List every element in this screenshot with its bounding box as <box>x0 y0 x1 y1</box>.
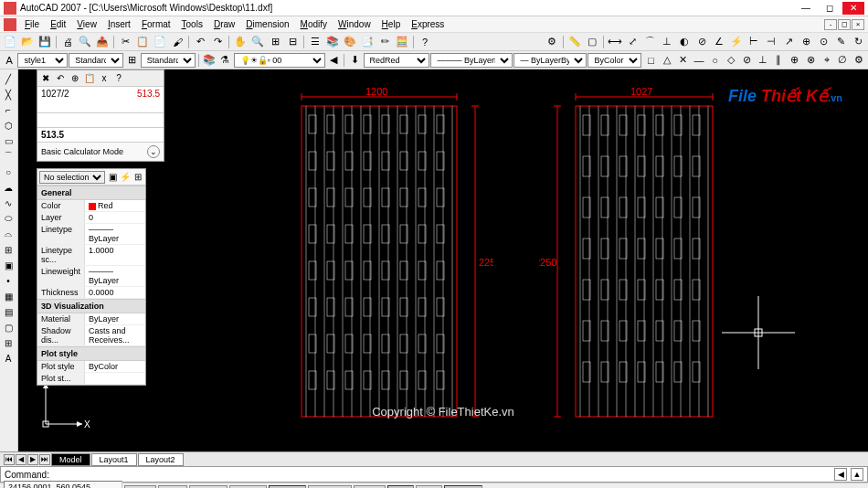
rectangle-icon[interactable]: ▭ <box>0 133 16 148</box>
spline-icon[interactable]: ∿ <box>0 196 16 210</box>
status-otrack[interactable]: OTRACK <box>308 485 352 489</box>
paste-icon[interactable]: 📄 <box>152 34 168 50</box>
command-recent-button[interactable]: ◀ <box>834 468 847 481</box>
dim-diameter-icon[interactable]: ⊘ <box>693 34 710 50</box>
osnap-end-icon[interactable]: □ <box>643 52 658 69</box>
dim-edit-icon[interactable]: ✎ <box>832 34 849 50</box>
textstyle-icon[interactable]: A <box>2 52 16 69</box>
region-icon[interactable]: ▢ <box>0 320 16 334</box>
osnap-par-icon[interactable]: ∥ <box>771 52 786 69</box>
props-value-ltscale[interactable]: 1.0000 <box>85 245 145 265</box>
layer-filter-icon[interactable]: ⚗ <box>217 52 232 69</box>
properties-icon[interactable]: ☰ <box>307 34 323 50</box>
table-icon[interactable]: ⊞ <box>0 335 16 350</box>
status-lwt[interactable]: LWT <box>416 485 441 489</box>
print-icon[interactable]: 🖨 <box>59 34 76 50</box>
osnap-qua-icon[interactable]: ◇ <box>724 52 738 69</box>
copy-icon[interactable]: 📋 <box>134 34 151 50</box>
tablestyle-select[interactable]: Standard <box>141 53 196 68</box>
preview-icon[interactable]: 🔍 <box>77 34 93 50</box>
dim-tolerance-icon[interactable]: ⊕ <box>798 34 814 50</box>
doc-minimize-button[interactable]: - <box>824 19 837 30</box>
command-history-button[interactable]: ▲ <box>851 468 863 481</box>
pan-icon[interactable]: ✋ <box>232 34 249 50</box>
lineweight-select[interactable]: — ByLayerByLayer <box>513 53 587 68</box>
menu-help[interactable]: Help <box>377 19 406 29</box>
status-polar[interactable]: POLAR <box>229 485 267 489</box>
menu-format[interactable]: Format <box>137 19 175 29</box>
menu-view[interactable]: View <box>72 19 101 29</box>
status-ortho[interactable]: ORTHO <box>189 485 228 489</box>
ellipse-arc-icon[interactable]: ⌓ <box>0 227 16 241</box>
tab-layout2[interactable]: Layout2 <box>138 453 184 466</box>
undo-icon[interactable]: ↶ <box>192 34 208 50</box>
publish-icon[interactable]: 📤 <box>94 34 111 50</box>
calc-icon[interactable]: 🧮 <box>394 34 410 50</box>
line-icon[interactable]: ╱ <box>0 71 16 86</box>
minimize-button[interactable]: — <box>795 2 817 15</box>
zoom-icon[interactable]: 🔍 <box>249 34 266 50</box>
tab-last-button[interactable]: ⏭ <box>39 454 50 465</box>
make-current-icon[interactable]: ⬇ <box>347 52 362 69</box>
calc-help-icon[interactable]: ? <box>112 72 125 85</box>
hatch-icon[interactable]: ▦ <box>0 289 16 303</box>
menu-tools[interactable]: Tools <box>177 19 207 29</box>
props-value-shadow[interactable]: Casts and Receives... <box>85 325 145 345</box>
dim-linear-icon[interactable]: ⟷ <box>607 34 623 50</box>
design-center-icon[interactable]: 📚 <box>324 34 341 50</box>
menu-edit[interactable]: Edit <box>46 19 70 29</box>
calc-history-icon[interactable]: ↶ <box>54 72 67 85</box>
dim-update-icon[interactable]: ↻ <box>850 34 866 50</box>
calc-clear-icon[interactable]: ✖ <box>39 72 52 85</box>
osnap-settings-icon[interactable]: ⚙ <box>852 52 866 69</box>
props-value-color[interactable]: Red <box>85 200 145 211</box>
properties-selection-select[interactable]: No selection <box>39 171 105 184</box>
dim-quick-icon[interactable]: ⚡ <box>728 34 745 50</box>
drawing-canvas[interactable]: 1200 <box>18 69 868 451</box>
status-snap[interactable]: SNAP <box>124 485 156 489</box>
polygon-icon[interactable]: ⬡ <box>0 118 16 133</box>
xline-icon[interactable]: ╳ <box>0 87 16 101</box>
gradient-icon[interactable]: ▤ <box>0 304 16 319</box>
props-value-layer[interactable]: 0 <box>85 212 145 223</box>
mtext-icon[interactable]: A <box>0 351 16 366</box>
textstyle-select[interactable]: style1 <box>17 53 68 68</box>
props-section-plot[interactable]: Plot style <box>37 346 145 361</box>
help-icon[interactable]: ? <box>417 34 433 50</box>
markup-icon[interactable]: ✏ <box>376 34 393 50</box>
osnap-ext-icon[interactable]: — <box>692 52 706 69</box>
props-toggle-icon[interactable]: ⊞ <box>132 171 143 184</box>
sheet-set-icon[interactable]: 📑 <box>359 34 376 50</box>
osnap-ins-icon[interactable]: ⊕ <box>788 52 802 69</box>
menu-insert[interactable]: Insert <box>103 19 135 29</box>
status-grid[interactable]: GRID <box>158 485 188 489</box>
zoom-window-icon[interactable]: ⊞ <box>267 34 283 50</box>
color-select[interactable]: RedRed <box>364 53 430 68</box>
new-icon[interactable]: 📄 <box>2 34 18 50</box>
calc-expand-button[interactable]: ⌄ <box>147 145 160 158</box>
tab-prev-button[interactable]: ◀ <box>16 454 26 465</box>
props-quick-icon[interactable]: ⚡ <box>120 171 131 184</box>
dim-leader-icon[interactable]: ↗ <box>780 34 797 50</box>
menu-modify[interactable]: Modify <box>296 19 332 29</box>
workspace-icon[interactable]: ⚙ <box>544 34 560 50</box>
tab-next-button[interactable]: ▶ <box>27 454 38 465</box>
zoom-prev-icon[interactable]: ⊟ <box>284 34 301 50</box>
osnap-tan-icon[interactable]: ⊘ <box>739 52 754 69</box>
doc-close-button[interactable]: × <box>852 19 864 30</box>
dim-arc-icon[interactable]: ⌒ <box>641 34 658 50</box>
tool-palette-icon[interactable]: 🎨 <box>342 34 358 50</box>
tablestyle-icon[interactable]: ⊞ <box>124 52 139 69</box>
plotstyle-select[interactable]: ByColor <box>587 53 641 68</box>
osnap-none-icon[interactable]: ∅ <box>835 52 850 69</box>
calc-get-icon[interactable]: ⊕ <box>69 72 81 85</box>
osnap-int-icon[interactable]: ✕ <box>675 52 690 69</box>
status-model[interactable]: MODEL <box>444 485 482 489</box>
insert-block-icon[interactable]: ⊞ <box>0 242 16 257</box>
command-line[interactable]: Command: ◀ ▲ <box>0 466 868 483</box>
menu-express[interactable]: Express <box>407 19 449 29</box>
dim-center-icon[interactable]: ⊙ <box>815 34 831 50</box>
point-icon[interactable]: • <box>0 273 16 288</box>
circle-icon[interactable]: ○ <box>0 164 16 179</box>
menu-file[interactable]: File <box>20 19 44 29</box>
